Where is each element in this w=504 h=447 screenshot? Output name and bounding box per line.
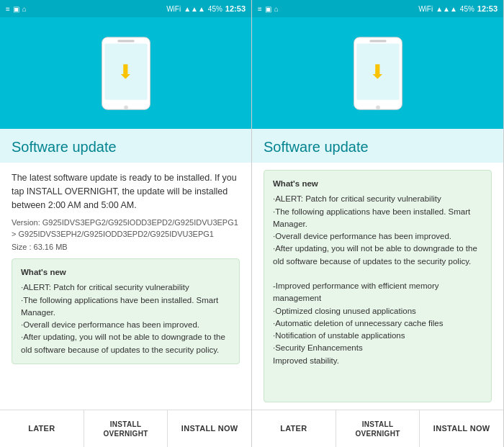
panel-1: ≡ ▣ ⌂ WiFi ▲▲▲ 45% 12:53 ⬇ <box>0 0 252 447</box>
whats-new-box-2: What's new ·ALERT: Patch for critical se… <box>264 170 492 402</box>
header-area-2: ⬇ <box>252 17 503 129</box>
title-section-2: Software update <box>252 129 503 163</box>
svg-point-7 <box>376 105 380 109</box>
svg-rect-8 <box>369 40 386 42</box>
home-icon: ⌂ <box>22 5 27 13</box>
signal-icon: ▲▲▲ <box>184 5 205 13</box>
panel-2: ≡ ▣ ⌂ WiFi ▲▲▲ 45% 12:53 ⬇ Software upda… <box>252 0 504 447</box>
content-area-1: The latest software update is ready to b… <box>0 163 251 410</box>
menu-icon-2: ≡ <box>258 5 262 13</box>
whats-new-title-2: What's new <box>273 178 482 190</box>
install-now-button-1[interactable]: INSTALL NOW <box>168 410 251 447</box>
later-button-1[interactable]: LATER <box>0 410 84 447</box>
phone-download-graphic-1: ⬇ <box>94 34 158 113</box>
svg-text:⬇: ⬇ <box>117 61 134 83</box>
content-area-2: What's new ·ALERT: Patch for critical se… <box>252 163 503 410</box>
screenshot-icon: ▣ <box>13 5 19 13</box>
battery-text-2: 45% <box>460 5 474 13</box>
whats-new-content-2: ·ALERT: Patch for critical security vuln… <box>273 193 482 367</box>
whats-new-content-1: ·ALERT: Patch for critical security vuln… <box>21 281 230 356</box>
battery-text: 45% <box>208 5 222 13</box>
install-overnight-button-2[interactable]: INSTALLOVERNIGHT <box>336 410 420 447</box>
title-section-1: Software update <box>0 129 251 163</box>
later-button-2[interactable]: LATER <box>252 410 336 447</box>
time-display-2: 12:53 <box>477 4 498 13</box>
wifi-icon: WiFi <box>166 5 181 13</box>
page-title-2: Software update <box>264 139 492 155</box>
svg-text:⬇: ⬇ <box>369 61 386 83</box>
button-bar-1: LATER INSTALLOVERNIGHT INSTALL NOW <box>0 410 251 447</box>
phone-svg-2: ⬇ <box>346 34 410 113</box>
whats-new-title-1: What's new <box>21 266 230 279</box>
size-text-1: Size : 63.16 MB <box>12 243 240 251</box>
wifi-icon-2: WiFi <box>418 5 433 13</box>
status-bar-2: ≡ ▣ ⌂ WiFi ▲▲▲ 45% 12:53 <box>252 0 503 17</box>
install-overnight-button-1[interactable]: INSTALLOVERNIGHT <box>84 410 168 447</box>
page-title-1: Software update <box>12 139 240 155</box>
svg-point-2 <box>124 105 128 109</box>
header-area-1: ⬇ <box>0 17 251 129</box>
version-text-1: Version: G925IDVS3EPG2/G925IODD3EPD2/G92… <box>12 217 240 240</box>
phone-download-graphic-2: ⬇ <box>346 34 410 113</box>
button-bar-2: LATER INSTALLOVERNIGHT INSTALL NOW <box>252 410 503 447</box>
status-left-icons-2: ≡ ▣ ⌂ <box>258 5 279 13</box>
install-now-button-2[interactable]: INSTALL NOW <box>420 410 503 447</box>
svg-rect-3 <box>117 40 134 42</box>
whats-new-box-1: What's new ·ALERT: Patch for critical se… <box>12 258 240 364</box>
status-left-icons-1: ≡ ▣ ⌂ <box>6 5 27 13</box>
menu-icon: ≡ <box>6 5 10 13</box>
phone-svg-1: ⬇ <box>94 34 158 113</box>
status-right-icons-1: WiFi ▲▲▲ 45% 12:53 <box>166 4 246 13</box>
main-description-1: The latest software update is ready to b… <box>12 171 240 212</box>
status-right-icons-2: WiFi ▲▲▲ 45% 12:53 <box>418 4 498 13</box>
time-display-1: 12:53 <box>225 4 246 13</box>
signal-icon-2: ▲▲▲ <box>436 5 457 13</box>
screenshot-icon-2: ▣ <box>265 5 271 13</box>
status-bar-1: ≡ ▣ ⌂ WiFi ▲▲▲ 45% 12:53 <box>0 0 251 17</box>
home-icon-2: ⌂ <box>274 5 279 13</box>
